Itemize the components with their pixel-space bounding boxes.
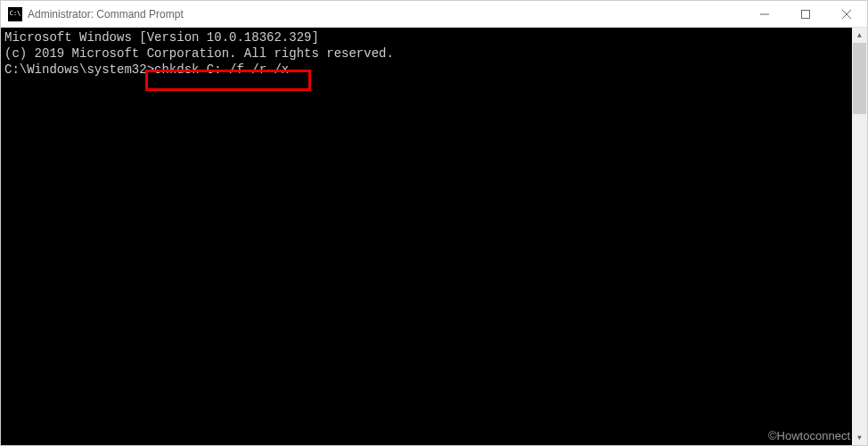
window-title: Administrator: Command Prompt (28, 8, 744, 21)
command-prompt-window: Administrator: Command Prompt Microsoft … (0, 0, 868, 446)
terminal-area: Microsoft Windows [Version 10.0.18362.32… (1, 28, 867, 445)
scroll-up-arrow[interactable]: ▲ (852, 28, 867, 43)
prompt-path: C:\Windows\system32> (4, 62, 154, 77)
scrollbar-thumb[interactable] (853, 43, 866, 114)
titlebar[interactable]: Administrator: Command Prompt (1, 1, 867, 28)
cmd-icon (8, 7, 22, 21)
terminal-output[interactable]: Microsoft Windows [Version 10.0.18362.32… (1, 28, 852, 445)
svg-rect-1 (802, 10, 810, 18)
version-line: Microsoft Windows [Version 10.0.18362.32… (4, 29, 848, 45)
prompt-line: C:\Windows\system32>chkdsk C: /f /r /x (4, 62, 848, 78)
close-button[interactable] (826, 1, 867, 28)
command-input[interactable]: chkdsk C: /f /r /x (154, 62, 289, 77)
copyright-line: (c) 2019 Microsoft Corporation. All righ… (4, 45, 848, 62)
minimize-button[interactable] (744, 1, 785, 28)
vertical-scrollbar[interactable]: ▲ ▼ (852, 28, 867, 445)
watermark-text: ©Howtoconnect (768, 429, 850, 442)
scroll-down-arrow[interactable]: ▼ (852, 430, 867, 445)
window-controls (744, 1, 867, 28)
maximize-button[interactable] (785, 1, 826, 28)
